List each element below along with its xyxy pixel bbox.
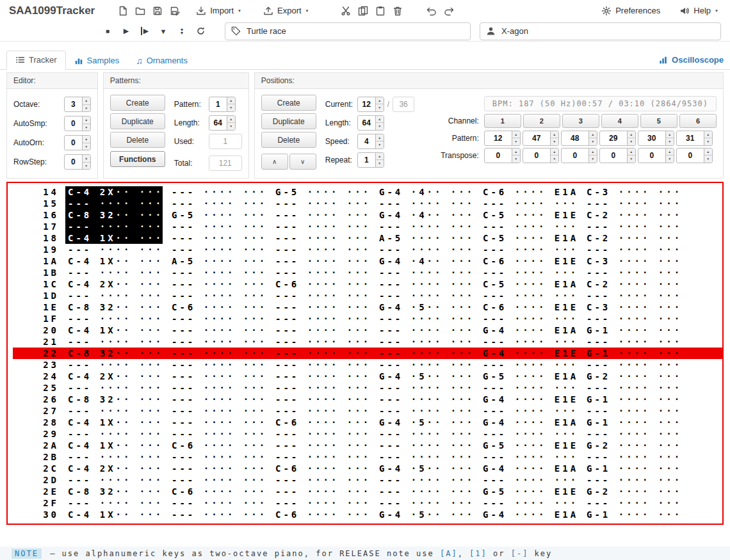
loop-toggle-button[interactable] bbox=[193, 24, 208, 38]
pattern-cell-ch4[interactable]: --- ···· ··· bbox=[377, 451, 474, 463]
help-menu[interactable]: Help ▼ bbox=[677, 6, 721, 16]
pattern-cell-ch1[interactable]: C-8 32·· ··· bbox=[65, 209, 163, 221]
position-delete-button[interactable]: Delete bbox=[261, 132, 316, 148]
pattern-length-down-button[interactable]: ▼ bbox=[227, 123, 235, 130]
pattern-cell-ch2[interactable]: --- ···· ··· bbox=[169, 336, 266, 348]
pattern-cell-ch3[interactable]: --- ···· ··· bbox=[273, 255, 370, 267]
channel-4-button[interactable]: 4 bbox=[601, 114, 638, 128]
pattern-cell-ch1[interactable]: C-4 1X·· ··· bbox=[65, 509, 163, 520]
position-current-up-button[interactable]: ▲ bbox=[376, 97, 384, 105]
pattern-cell-ch5[interactable]: C-5 ···· E1E bbox=[480, 209, 578, 221]
pattern-cell-ch2[interactable]: C-6 ···· ··· bbox=[169, 301, 266, 313]
tracker-row-23[interactable]: 23--- ···· ···--- ···· ···--- ···· ···--… bbox=[13, 359, 722, 371]
pattern-cell-ch2[interactable]: --- ···· ··· bbox=[169, 244, 266, 255]
tracker-row-27[interactable]: 27--- ···· ···--- ···· ···--- ···· ···--… bbox=[13, 405, 722, 417]
channel-2-transpose-down-button[interactable]: ▼ bbox=[551, 156, 558, 163]
tracker-row-21[interactable]: 21--- ···· ···--- ···· ···--- ···· ···--… bbox=[13, 336, 722, 348]
pattern-cell-ch1[interactable]: --- ···· ··· bbox=[65, 290, 163, 301]
pattern-cell-ch6[interactable]: G-1 ···· ··· bbox=[584, 394, 681, 405]
pattern-cell-ch2[interactable]: --- ···· ··· bbox=[169, 278, 266, 290]
pattern-cell-ch2[interactable]: C-6 ···· ··· bbox=[169, 486, 266, 497]
pattern-cell-ch6[interactable]: G-1 ···· ··· bbox=[584, 348, 681, 359]
pattern-cell-ch5[interactable]: --- ···· ··· bbox=[480, 198, 578, 209]
pattern-duplicate-button[interactable]: Duplicate bbox=[110, 113, 165, 129]
pattern-cell-ch1[interactable]: C-4 1X·· ··· bbox=[65, 417, 163, 428]
pattern-cell-ch1[interactable]: --- ···· ··· bbox=[65, 244, 163, 255]
pattern-cell-ch4[interactable]: --- ···· ··· bbox=[377, 382, 474, 394]
channel-5-pattern-spinner[interactable]: 30▲▼ bbox=[638, 131, 674, 146]
pattern-cell-ch4[interactable]: G-4 ·5·· ··· bbox=[377, 509, 474, 520]
pattern-cell-ch5[interactable]: --- ···· ··· bbox=[480, 451, 578, 463]
rowstep-up-button[interactable]: ▲ bbox=[83, 155, 90, 163]
channel-6-pattern-spinner[interactable]: 31▲▼ bbox=[676, 131, 713, 146]
pattern-cell-ch6[interactable]: C-3 ···· ··· bbox=[584, 186, 681, 198]
channel-4-pattern-down-button[interactable]: ▼ bbox=[628, 138, 635, 145]
pattern-cell-ch3[interactable]: C-6 ···· ··· bbox=[273, 278, 370, 290]
export-menu[interactable]: Export ▼ bbox=[261, 6, 312, 16]
pattern-cell-ch3[interactable]: --- ···· ··· bbox=[273, 371, 370, 382]
pattern-cell-ch6[interactable]: --- ···· ··· bbox=[584, 221, 681, 232]
oscilloscope-toggle[interactable]: Oscilloscope bbox=[659, 55, 724, 69]
new-file-button[interactable] bbox=[114, 3, 131, 19]
play-pattern-button[interactable]: ▼ bbox=[156, 24, 171, 38]
channel-6-pattern-down-button[interactable]: ▼ bbox=[704, 138, 712, 145]
pattern-cell-ch4[interactable]: A-5 ···· ··· bbox=[377, 232, 474, 244]
pattern-cell-ch6[interactable]: --- ···· ··· bbox=[584, 451, 681, 463]
pattern-cell-ch4[interactable]: --- ···· ··· bbox=[377, 198, 474, 209]
pattern-cell-ch5[interactable]: C-6 ···· E1E bbox=[480, 255, 578, 267]
pattern-cell-ch1[interactable]: C-4 1X·· ··· bbox=[65, 440, 163, 451]
pattern-cell-ch3[interactable]: --- ···· ··· bbox=[273, 394, 370, 405]
tracker-row-20[interactable]: 20C-4 1X·· ···--- ···· ···--- ···· ···--… bbox=[13, 324, 722, 336]
rowstep-spinner[interactable]: 0▲▼ bbox=[64, 154, 91, 170]
pattern-cell-ch1[interactable]: C-4 2X·· ··· bbox=[65, 278, 163, 290]
tab-ornaments[interactable]: ♫ Ornaments bbox=[127, 52, 196, 70]
pattern-cell-ch4[interactable]: --- ···· ··· bbox=[377, 244, 474, 255]
pattern-cell-ch1[interactable]: --- ···· ··· bbox=[65, 267, 163, 278]
pattern-cell-ch5[interactable]: --- ···· ··· bbox=[480, 221, 578, 232]
pattern-cell-ch1[interactable]: C-4 1X·· ··· bbox=[65, 324, 163, 336]
pattern-cell-ch5[interactable]: --- ···· ··· bbox=[480, 336, 578, 348]
pattern-cell-ch3[interactable]: --- ···· ··· bbox=[273, 301, 370, 313]
position-current-spinner[interactable]: 12▲▼ bbox=[357, 97, 384, 112]
delete-button[interactable] bbox=[389, 3, 407, 19]
pattern-cell-ch1[interactable]: --- ···· ··· bbox=[65, 474, 163, 486]
pattern-cell-ch4[interactable]: --- ···· ··· bbox=[377, 348, 474, 359]
pattern-cell-ch2[interactable]: --- ···· ··· bbox=[169, 359, 266, 371]
channel-1-button[interactable]: 1 bbox=[484, 114, 521, 128]
preferences-button[interactable]: Preferences bbox=[599, 6, 663, 16]
pattern-cell-ch4[interactable]: --- ···· ··· bbox=[377, 278, 474, 290]
pattern-cell-ch6[interactable]: --- ···· ··· bbox=[584, 267, 681, 278]
pattern-cell-ch4[interactable]: G-4 ·4·· ··· bbox=[377, 255, 474, 267]
pattern-cell-ch5[interactable]: C-6 ···· E1E bbox=[480, 301, 578, 313]
pattern-cell-ch2[interactable]: G-5 ···· ··· bbox=[169, 209, 266, 221]
channel-6-pattern-up-button[interactable]: ▲ bbox=[704, 131, 712, 139]
channel-3-pattern-down-button[interactable]: ▼ bbox=[589, 138, 597, 145]
tracker-row-2D[interactable]: 2D--- ···· ···--- ···· ···--- ···· ···--… bbox=[13, 474, 722, 486]
channel-4-pattern-spinner[interactable]: 29▲▼ bbox=[599, 131, 636, 146]
channel-5-transpose-spinner[interactable]: 0▲▼ bbox=[638, 148, 674, 163]
cut-button[interactable] bbox=[337, 3, 355, 19]
pattern-cell-ch3[interactable]: --- ···· ··· bbox=[273, 267, 370, 278]
channel-1-pattern-up-button[interactable]: ▲ bbox=[512, 131, 520, 139]
pattern-cell-ch3[interactable]: --- ···· ··· bbox=[273, 359, 370, 371]
pattern-cell-ch1[interactable]: --- ···· ··· bbox=[65, 359, 163, 371]
copy-button[interactable] bbox=[355, 3, 372, 19]
pattern-cell-ch5[interactable]: C-5 ···· E1A bbox=[480, 232, 578, 244]
autoorn-up-button[interactable]: ▲ bbox=[83, 136, 90, 143]
pattern-cell-ch3[interactable]: --- ···· ··· bbox=[273, 232, 370, 244]
paste-button[interactable] bbox=[372, 3, 389, 19]
pattern-cell-ch2[interactable]: --- ···· ··· bbox=[169, 267, 266, 278]
pattern-cell-ch1[interactable]: C-4 1X·· ··· bbox=[65, 232, 163, 244]
channel-2-transpose-up-button[interactable]: ▲ bbox=[551, 148, 558, 156]
pattern-cell-ch5[interactable]: G-5 ···· E1E bbox=[480, 440, 578, 451]
pattern-cell-ch1[interactable]: --- ···· ··· bbox=[65, 428, 163, 440]
song-title-field[interactable]: Turtle race bbox=[225, 22, 471, 40]
pattern-cell-ch6[interactable]: G-2 ···· ··· bbox=[584, 486, 681, 497]
pattern-cell-ch1[interactable]: --- ···· ··· bbox=[65, 313, 163, 324]
pattern-cell-ch6[interactable]: C-3 ···· ··· bbox=[584, 255, 681, 267]
channel-3-transpose-down-button[interactable]: ▼ bbox=[589, 156, 597, 163]
tracker-row-26[interactable]: 26C-8 32·· ···--- ···· ···--- ···· ···--… bbox=[13, 394, 722, 405]
pattern-cell-ch6[interactable]: --- ···· ··· bbox=[584, 336, 681, 348]
pattern-cell-ch5[interactable]: G-4 ···· E1A bbox=[480, 463, 578, 474]
pattern-cell-ch6[interactable]: G-1 ···· ··· bbox=[584, 417, 681, 428]
